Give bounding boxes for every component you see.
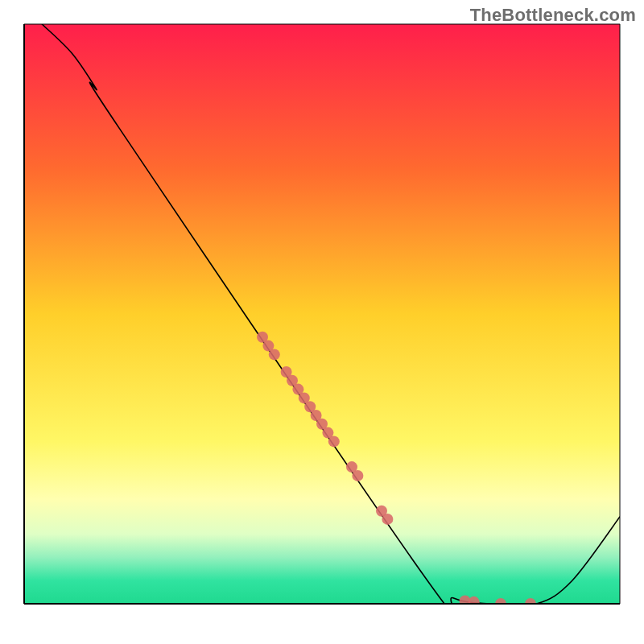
scatter-dot <box>469 597 480 608</box>
bottleneck-chart <box>0 0 644 644</box>
watermark-label: TheBottleneck.com <box>470 5 636 26</box>
chart-container: TheBottleneck.com <box>0 0 644 644</box>
scatter-dot <box>352 470 363 481</box>
scatter-dot <box>269 349 280 360</box>
scatter-dot <box>382 514 393 525</box>
gradient-background <box>24 24 620 604</box>
scatter-dot <box>328 436 340 447</box>
